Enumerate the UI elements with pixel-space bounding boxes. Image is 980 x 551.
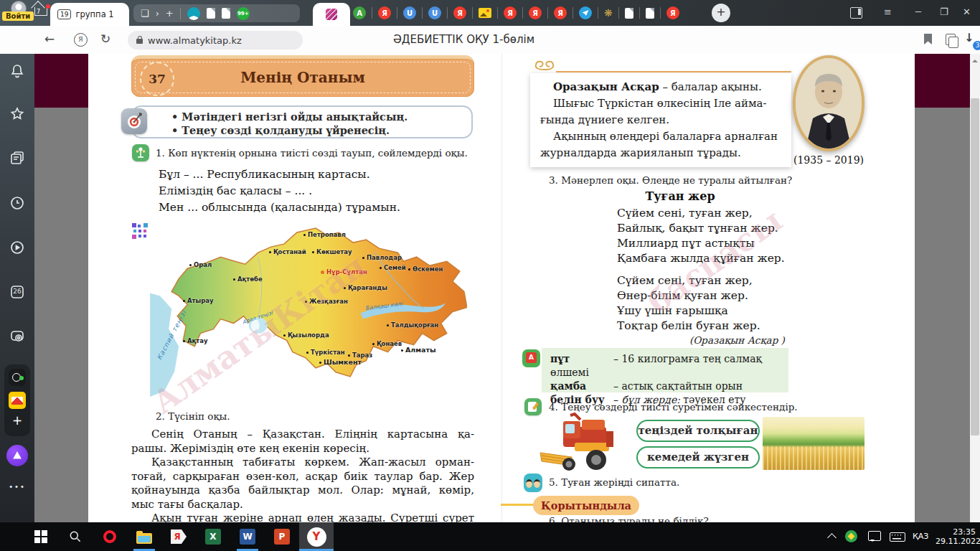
task5-text: 5. Туған жеріңді сипатта. <box>549 476 679 488</box>
tab-overview-icon[interactable]: ❏ <box>141 9 149 18</box>
page-scrollbar[interactable] <box>970 54 980 522</box>
map-city-label: Түркістан <box>306 349 345 356</box>
close-button[interactable]: ✕ <box>963 6 971 17</box>
yandex-browser-icon: Y <box>307 527 326 547</box>
author-bio-card: Оразақын Асқар – балалар ақыны. Шығыс Тү… <box>530 73 791 167</box>
home-button[interactable]: 7 <box>33 4 50 22</box>
start-button[interactable] <box>24 522 58 551</box>
tab-favicon-teal[interactable] <box>187 7 200 20</box>
tray-chevron-up-icon[interactable] <box>827 533 837 542</box>
reload-button[interactable]: ↻ <box>100 32 110 46</box>
exercise-sentences: Бұл – ... Республикасының картасы. Елімі… <box>159 166 400 216</box>
favorites-star-icon[interactable] <box>9 105 26 123</box>
lesson-banner: 37 Менің Отаным <box>131 55 474 97</box>
tab-favicon-doc[interactable] <box>207 8 215 19</box>
downloads-button[interactable]: ↓ 3 <box>964 31 980 50</box>
tab-favicon-u[interactable]: U <box>403 6 416 19</box>
feed-icon[interactable] <box>9 150 26 167</box>
taskbar-search-button[interactable] <box>58 522 93 551</box>
taskbar-word-button[interactable]: W <box>230 522 265 551</box>
back-button[interactable]: ← <box>44 32 55 46</box>
tab-favicon-doc[interactable] <box>646 8 654 19</box>
play-icon[interactable] <box>9 239 26 256</box>
map-city-label: Ақтау <box>183 337 208 344</box>
tab-favicon-a[interactable]: A <box>353 6 366 19</box>
bookmark-icon[interactable] <box>924 34 932 44</box>
downloads-badge: 3 <box>973 41 980 50</box>
tab-title: группа 1 <box>75 9 113 19</box>
reading-text: Сенің Отаның – Қазақстан. Еліңнің картас… <box>131 428 474 522</box>
map-city-label: Қонаев <box>372 340 402 347</box>
taskbar-yandex-browser-button[interactable]: Y <box>299 522 334 551</box>
login-button[interactable]: Войти <box>2 11 34 21</box>
add-shortcut-icon[interactable]: + <box>4 413 30 428</box>
browser-navbar: ← Я ↻ www.almatykitap.kz ӘДЕБИЕТТІК ОҚУ … <box>0 26 980 55</box>
new-tab-button[interactable]: + <box>712 4 730 22</box>
side-panel-icon[interactable] <box>850 7 862 19</box>
taskbar-explorer-button[interactable] <box>127 522 161 551</box>
windows-taskbar: Я X W P Y ҚАЗ 23:35 29.11.2022 <box>0 522 980 551</box>
pinned-apps-group: + <box>4 364 30 436</box>
menu-icon[interactable]: ≡ <box>884 6 892 17</box>
address-bar[interactable]: www.almatykitap.kz <box>128 31 303 50</box>
tab-favicon-u[interactable]: U <box>428 6 441 19</box>
minimize-button[interactable]: ─ <box>915 6 921 17</box>
taskbar-clock[interactable]: 23:35 29.11.2022 <box>936 527 976 546</box>
browser-tabstrip: Войти 7 19 группа 1 ❏ › + 99+ A Я <box>0 0 980 26</box>
tab-favicon-doc[interactable] <box>222 8 230 19</box>
screenshot-camera-icon[interactable] <box>9 328 26 345</box>
match-pill: кемедей жүзген <box>636 446 760 468</box>
tab-favicon-yandex[interactable]: Я <box>554 6 567 19</box>
tab-favicon-doc[interactable] <box>625 8 633 19</box>
notifications-bell-icon[interactable] <box>9 62 26 80</box>
tray-antivirus-icon[interactable] <box>845 530 857 542</box>
tab-favicon-telegram[interactable] <box>579 6 592 19</box>
tray-notification-icon[interactable] <box>868 531 881 541</box>
tab-favicon-whatsapp-badge[interactable]: 99+ <box>237 7 250 20</box>
qr-code <box>132 223 148 239</box>
divider-line <box>556 71 791 72</box>
tab-favicon-yandex[interactable]: Я <box>666 6 679 19</box>
messenger-icon[interactable] <box>9 369 26 386</box>
language-indicator[interactable]: ҚАЗ <box>913 522 928 551</box>
tab-favicon-image[interactable] <box>479 8 491 18</box>
history-clock-icon[interactable] <box>9 194 26 212</box>
author-portrait <box>793 55 864 151</box>
chevron-right-icon[interactable]: › <box>156 9 159 18</box>
tray-keyboard-icon[interactable] <box>890 532 905 542</box>
maximize-button[interactable]: ❐ <box>940 6 948 17</box>
new-tab-icon[interactable]: + <box>166 9 174 18</box>
calendar-icon[interactable]: 26 <box>9 283 26 301</box>
tab-favicon-yandex[interactable]: Я <box>378 6 391 19</box>
tab-group-19[interactable]: 19 группа 1 <box>50 3 129 26</box>
tab-favicon-emblem[interactable]: ❋ <box>604 7 613 19</box>
map-city-label: Алматы <box>401 346 436 354</box>
tab-active-almatykitap[interactable] <box>313 3 350 26</box>
tab-favicon-yandex[interactable]: Я <box>453 6 466 19</box>
poem-title: Туған жер <box>590 189 770 203</box>
map-city-label: Павлодар <box>362 254 402 261</box>
lesson-title: Менің Отаным <box>131 59 474 96</box>
yandex-page-icon[interactable]: Я <box>74 33 88 47</box>
tab-favicon-yandex[interactable]: Я <box>504 6 517 19</box>
tab-tools-group: ❏ › + 99+ <box>133 4 300 22</box>
scroll-up-arrow[interactable] <box>972 57 978 62</box>
collections-icon[interactable] <box>946 34 956 45</box>
mail-icon[interactable] <box>9 392 26 409</box>
more-options-icon[interactable]: ••• <box>0 483 34 491</box>
tab-favicon-yandex[interactable]: Я <box>529 6 542 19</box>
url-text[interactable]: www.almatykitap.kz <box>148 35 242 46</box>
poem-stanza: Сүйем сені, туған жер, Байлық, бақыт тұн… <box>617 206 785 266</box>
taskbar-powerpoint-button[interactable]: P <box>265 522 299 551</box>
map-city-label: Өскемен <box>408 265 443 273</box>
taskbar-yandex-shortcut-button[interactable]: Я <box>161 522 196 551</box>
wheat-field-image <box>763 417 864 470</box>
clock-time: 23:35 <box>936 527 976 537</box>
browser-viewport: 37 Менің Отаным Мәтіндегі негізгі ойды а… <box>34 54 980 522</box>
taskbar-excel-button[interactable]: X <box>196 522 230 551</box>
scrollbar-thumb[interactable] <box>971 98 979 435</box>
screen: Войти 7 19 группа 1 ❏ › + 99+ A Я <box>0 0 980 551</box>
alice-assistant-icon[interactable] <box>6 445 28 466</box>
page-title: ӘДЕБИЕТТІК ОҚУ 1-бөлім <box>393 33 534 46</box>
taskbar-opera-button[interactable] <box>93 522 127 551</box>
